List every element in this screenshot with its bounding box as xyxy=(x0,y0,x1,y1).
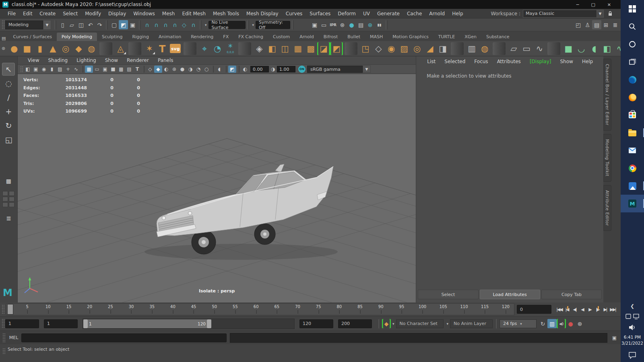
use-all-lights-icon[interactable]: ⊛ xyxy=(170,66,178,73)
shelf-gear-icon[interactable]: ⊛ xyxy=(2,46,5,51)
menu-item[interactable]: Help xyxy=(448,11,466,16)
playback-start-field[interactable]: 1 xyxy=(44,319,78,328)
snap-to-curve-icon[interactable]: ∩ xyxy=(152,20,161,29)
ambient-occlusion-icon[interactable]: ◑ xyxy=(186,66,194,73)
toolbar-separator[interactable] xyxy=(238,66,239,73)
isolate-view-icon[interactable]: ▩ xyxy=(3,176,14,186)
command-line-grip[interactable] xyxy=(2,333,5,342)
group-separator[interactable] xyxy=(247,20,249,30)
crease-set-editor-icon[interactable]: ◪ xyxy=(317,42,330,55)
panel-menu-item[interactable]: Renderer xyxy=(122,58,153,63)
locator-icon[interactable]: ⌖ xyxy=(198,42,211,55)
shelf-tab[interactable]: XGen xyxy=(460,33,481,41)
go-to-start-button[interactable]: |◀◀ xyxy=(555,305,563,314)
combine-icon[interactable]: ◈ xyxy=(253,42,266,55)
menu-item[interactable]: Modify xyxy=(81,11,105,16)
exposure-icon[interactable]: ◐ xyxy=(241,66,249,73)
menu-item[interactable]: Windows xyxy=(130,11,159,16)
attribute-editor-menu-item[interactable]: [Display] xyxy=(525,59,556,64)
shelf-tab[interactable]: Bifrost xyxy=(319,33,343,41)
hypershade-persp-layout-button[interactable] xyxy=(2,202,8,207)
snap-to-point-icon[interactable]: ∩ xyxy=(161,20,170,29)
time-slider[interactable]: 5101520253035404550556065707580859095100… xyxy=(6,303,514,315)
step-back-key-button[interactable]: |◀ xyxy=(563,305,571,314)
shelf-separator[interactable] xyxy=(238,42,251,55)
menu-item[interactable]: UV xyxy=(359,11,374,16)
playback-loop-icon[interactable]: ↻ xyxy=(538,319,547,328)
menu-item[interactable]: File xyxy=(4,11,19,16)
tool-settings-icon[interactable]: ⊞ xyxy=(601,20,611,29)
xray-icon[interactable]: ◖ xyxy=(215,66,223,73)
menu-item[interactable]: Create xyxy=(36,11,59,16)
playblast-icon[interactable]: ▥ xyxy=(547,319,557,328)
lattice-icon[interactable]: ▥ xyxy=(465,42,478,55)
uv-shell-icon[interactable]: ◖ xyxy=(588,42,601,55)
character-set-menu-arrow[interactable]: ▾ xyxy=(392,322,394,326)
help-line-grip[interactable] xyxy=(2,348,5,354)
poly-cone-icon[interactable]: ▲ xyxy=(46,42,59,55)
play-backwards-button[interactable]: ◀ xyxy=(578,305,586,314)
motion-blur-icon[interactable]: ◔ xyxy=(194,66,202,73)
sculpt-tool-icon[interactable]: ◍ xyxy=(478,42,491,55)
action-center-icon[interactable] xyxy=(621,348,644,362)
render-settings-icon[interactable]: ⊛ xyxy=(338,20,347,29)
shelf-tab[interactable]: Rendering xyxy=(186,33,218,41)
poly-disc-icon[interactable]: ◍ xyxy=(85,42,98,55)
shelf-tab[interactable]: Custom xyxy=(268,33,295,41)
group-separator[interactable] xyxy=(106,20,108,30)
shelf-tab[interactable]: Animation xyxy=(154,33,186,41)
status-line-grip[interactable] xyxy=(2,20,4,30)
shelf-tab[interactable]: MASH xyxy=(365,33,388,41)
microsoft-store-icon[interactable] xyxy=(621,106,644,124)
side-panel-tab[interactable]: Attribute Editor xyxy=(603,185,611,231)
shelf-tab[interactable]: TURTLE xyxy=(433,33,460,41)
delete-history-icon[interactable]: ◔ xyxy=(211,42,224,55)
image-plane-icon[interactable]: ▨ xyxy=(56,66,64,73)
group-separator[interactable] xyxy=(496,319,498,329)
menu-item[interactable]: Edit xyxy=(19,11,36,16)
task-view-icon[interactable] xyxy=(621,53,644,71)
script-editor-icon[interactable]: ▣ xyxy=(610,333,619,342)
command-line-input[interactable] xyxy=(21,333,227,342)
symmetry-field[interactable]: Symmetry: Off xyxy=(256,21,290,29)
single-pane-layout-button[interactable] xyxy=(2,191,8,196)
select-by-object-icon[interactable]: ◩ xyxy=(119,20,128,29)
group-separator[interactable] xyxy=(200,20,202,30)
menu-item[interactable]: Deform xyxy=(334,11,359,16)
custom-layout-button[interactable] xyxy=(9,202,14,207)
grid-icon[interactable]: ▦ xyxy=(85,66,93,73)
auto-key-icon[interactable]: ● xyxy=(566,319,575,328)
firefox-icon[interactable] xyxy=(621,88,644,106)
shelf-separator[interactable] xyxy=(128,42,141,55)
menu-set-dropdown-arrow[interactable]: ▼ xyxy=(43,20,51,30)
command-line-output[interactable] xyxy=(230,333,607,343)
rotate-tool-icon[interactable]: ↻ xyxy=(2,119,15,132)
shelf-separator[interactable] xyxy=(184,42,196,55)
time-slider-grip[interactable] xyxy=(2,304,4,314)
poly-cube-icon[interactable]: ■ xyxy=(21,42,33,55)
camera-attributes-icon[interactable]: ◉ xyxy=(40,66,48,73)
mirror-icon[interactable]: ◫ xyxy=(279,42,291,55)
start-button[interactable] xyxy=(621,0,644,18)
menu-item[interactable]: Select xyxy=(59,11,81,16)
field-chart-icon[interactable]: ▩ xyxy=(117,66,125,73)
boolean-icon[interactable]: ◉ xyxy=(385,42,398,55)
contrast-icon[interactable]: ◑ xyxy=(270,66,276,73)
menu-set-dropdown[interactable]: Modeling xyxy=(5,21,43,29)
side-panel-tab[interactable]: Channel Box / Layer Editor xyxy=(603,59,611,131)
pencil-curve-icon[interactable]: ∿ xyxy=(533,42,546,55)
crease-tool-icon[interactable]: ◩ xyxy=(330,42,343,55)
range-slider-track[interactable]: 1 120 xyxy=(83,319,295,329)
human-ik-icon[interactable]: ♙ xyxy=(583,20,592,29)
poly-plane-icon[interactable]: ◆ xyxy=(72,42,85,55)
attribute-editor-button[interactable]: Copy Tab xyxy=(541,290,602,299)
workspace-dropdown-arrow[interactable]: ▼ xyxy=(597,10,604,18)
lock-camera-icon[interactable]: ▣ xyxy=(32,66,40,73)
group-separator[interactable] xyxy=(54,20,56,30)
wireframe-icon[interactable]: ◇ xyxy=(146,66,154,73)
file-explorer-icon[interactable] xyxy=(621,124,644,142)
safe-action-icon[interactable]: ▤ xyxy=(125,66,133,73)
textured-icon[interactable]: ◐ xyxy=(162,66,170,73)
sound-mute-icon[interactable]: ◀) xyxy=(557,319,566,328)
group-separator[interactable] xyxy=(139,20,141,30)
